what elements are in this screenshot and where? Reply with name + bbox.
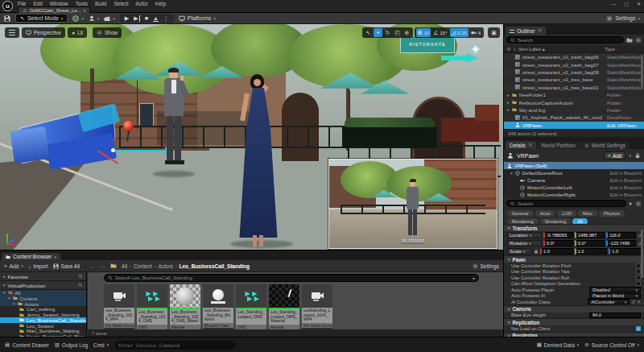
menu-select[interactable]: Select bbox=[114, 1, 128, 6]
console-input[interactable]: Enter Console Command bbox=[114, 341, 235, 350]
tree-item[interactable]: Mari_Sundress_Waiting bbox=[0, 329, 86, 334]
level-asset-tab[interactable]: ⚠ OcMOCafe_Street_Le... ▾ bbox=[18, 6, 90, 13]
filter-misc[interactable]: Misc bbox=[578, 210, 597, 217]
outliner-row-selected[interactable]: VRPawnEdit VRPawn bbox=[504, 122, 644, 129]
play-button[interactable]: ▶ bbox=[125, 15, 129, 22]
details-scrollbar[interactable] bbox=[641, 230, 643, 278]
asset-tile[interactable]: Leo_Business_Standing_1024_MP4 File Medi… bbox=[104, 284, 134, 329]
add-actor-button[interactable]: ▾ bbox=[72, 15, 84, 22]
eject-button[interactable]: ▲ bbox=[153, 15, 159, 22]
scale-snap-toggle[interactable]: ◿0.25 bbox=[450, 28, 469, 37]
outliner-search-input[interactable]: Search bbox=[506, 36, 624, 43]
stop-button[interactable]: ■ bbox=[145, 15, 148, 21]
cinematics-button[interactable]: ▾ bbox=[104, 15, 115, 22]
show-dropdown[interactable]: Show bbox=[93, 27, 122, 38]
filter-physics[interactable]: Physics bbox=[599, 210, 625, 217]
expand-icon[interactable]: ▸ bbox=[507, 107, 510, 112]
filter-general[interactable]: General bbox=[507, 210, 534, 217]
scale-y-field[interactable]: 1.0 bbox=[575, 248, 608, 255]
frame-skip-button[interactable]: ▶ bbox=[134, 15, 139, 22]
select-tool-button[interactable]: ↖ bbox=[364, 28, 373, 37]
tab-world-partition[interactable]: World Partition bbox=[537, 142, 580, 149]
tab-details[interactable]: Details✕ bbox=[506, 141, 536, 149]
rotation-snap-toggle[interactable]: ∠10° bbox=[431, 28, 448, 37]
clear-icon[interactable]: ✕ bbox=[637, 300, 641, 304]
edit-in-blueprint-link[interactable]: Edit in Blueprint bbox=[610, 193, 642, 197]
component-row-selected[interactable]: VRPawn (Self) bbox=[504, 162, 644, 169]
menu-file[interactable]: File bbox=[18, 1, 26, 6]
tree-item[interactable]: Jenny_Seated_listening bbox=[0, 312, 86, 317]
rotation-z-field[interactable]: -123.7499 bbox=[606, 240, 636, 246]
content-browser-settings[interactable]: Settings bbox=[473, 263, 500, 269]
asset-tile[interactable]: Leo_Business_Standing_1024_OMS_Material … bbox=[170, 284, 200, 329]
checkbox-checked[interactable]: ✓ bbox=[636, 326, 641, 331]
details-search-input[interactable]: Search bbox=[506, 200, 626, 207]
outliner-row[interactable]: ▸Sky and fogFolder bbox=[504, 106, 644, 114]
rotation-x-field[interactable]: 0.0° bbox=[543, 240, 573, 246]
scale-z-field[interactable]: 1.0 bbox=[609, 248, 642, 255]
location-dropdown[interactable]: Location▾ bbox=[506, 232, 542, 238]
search-icon[interactable] bbox=[78, 283, 83, 288]
close-button[interactable]: ✕ bbox=[637, 1, 641, 6]
menu-build[interactable]: Build bbox=[95, 1, 106, 6]
expand-icon[interactable]: ▸ bbox=[507, 100, 510, 105]
vr-pawn-prop[interactable] bbox=[12, 105, 153, 181]
rotate-tool-button[interactable]: ↻ bbox=[383, 28, 392, 37]
world-local-toggle[interactable]: ⊕ bbox=[402, 28, 411, 37]
back-button[interactable]: ← bbox=[90, 263, 96, 269]
woman-in-dress[interactable] bbox=[233, 74, 283, 248]
section-pawn[interactable]: ▾Pawn bbox=[504, 255, 644, 263]
component-row[interactable]: MotionControllerLeftEdit in Blueprint bbox=[504, 184, 644, 191]
breadcrumb-content[interactable]: Content bbox=[134, 263, 152, 269]
base-eye-height-field[interactable]: 64.0 bbox=[589, 313, 641, 318]
add-component-button[interactable]: +Add bbox=[604, 151, 625, 159]
rotation-dropdown[interactable]: Rotation▾ bbox=[506, 240, 542, 246]
filter-icon[interactable]: ▾ bbox=[473, 275, 475, 281]
settings-dropdown[interactable]: Settings ▾ bbox=[606, 15, 640, 22]
edit-in-blueprint-link[interactable]: Edit in Blueprint bbox=[610, 178, 642, 183]
component-row[interactable]: CameraEdit in Blueprint bbox=[504, 176, 644, 184]
menu-window[interactable]: Window bbox=[50, 1, 68, 6]
add-asset-button[interactable]: +Add▾ bbox=[4, 263, 23, 269]
checkbox[interactable] bbox=[636, 281, 641, 286]
location-y-field[interactable]: 1486.987 bbox=[575, 232, 605, 238]
tab-content-browser[interactable]: Content Browser ▾ bbox=[2, 253, 60, 260]
camera-speed-button[interactable]: 4 bbox=[469, 28, 482, 37]
level-viewport[interactable]: RISTORANTE ✦ bbox=[0, 24, 503, 250]
outliner-row[interactable]: street_restaurant_v2_trash_bag08StaticMe… bbox=[504, 68, 644, 76]
sort-icon[interactable]: ↕ bbox=[514, 47, 516, 52]
move-tool-button[interactable]: + bbox=[374, 28, 382, 37]
asset-tile[interactable]: Leo_Business_Standing_Blueprint Blueprin… bbox=[203, 284, 233, 329]
menu-actor[interactable]: Actor bbox=[136, 1, 148, 6]
tree-item[interactable]: Leo_Seated bbox=[0, 323, 86, 329]
auto-possess-player-dropdown[interactable]: Disabled▾ bbox=[589, 287, 641, 292]
content-drawer-button[interactable]: ▤Content Drawer bbox=[5, 342, 49, 348]
section-transform[interactable]: ▾Transform bbox=[504, 224, 644, 231]
filter-actor[interactable]: Actor bbox=[535, 210, 556, 217]
asset-tile[interactable]: Leo_Standing_Looped_OMS OMS bbox=[236, 284, 266, 329]
expand-icon[interactable]: ▸ bbox=[507, 93, 510, 97]
perspective-dropdown[interactable]: Perspective bbox=[22, 27, 65, 38]
location-z-field[interactable]: 116.0 bbox=[606, 232, 636, 238]
blueprints-button[interactable]: ▾ bbox=[89, 15, 100, 22]
lit-dropdown[interactable]: ● Lit bbox=[68, 27, 87, 38]
asset-tile[interactable]: LeoStanding_Looped_1024_MP4 File Media S… bbox=[302, 284, 332, 329]
outliner-row[interactable]: street_restaurant_v2_tree_baseStaticMesh… bbox=[504, 76, 644, 83]
edit-in-blueprint-link[interactable]: Edit in Blueprint bbox=[610, 171, 642, 176]
use-selected-icon[interactable]: ↺ bbox=[631, 300, 635, 304]
platforms-dropdown[interactable]: Platforms ▾ bbox=[179, 15, 216, 22]
collection-header[interactable]: ▾ VirtualProduction bbox=[0, 281, 86, 290]
play-options-kebab[interactable]: ⋮ bbox=[163, 15, 169, 22]
forward-button[interactable]: → bbox=[101, 263, 106, 269]
output-log-button[interactable]: ▥Output Log bbox=[55, 342, 88, 348]
outliner-row[interactable]: street_restaurant_v2_trash_bag06StaticMe… bbox=[504, 53, 644, 60]
auto-possess-ai-dropdown[interactable]: Placed in World▾ bbox=[589, 293, 641, 299]
save-all-button[interactable]: Save All bbox=[53, 263, 80, 269]
outliner-row[interactable]: 01_Asphalt_Patch_sdeteti_4K_inst2DecalAc… bbox=[504, 114, 644, 121]
outliner-scrollbar[interactable] bbox=[641, 55, 643, 87]
lock-icon[interactable] bbox=[634, 152, 641, 159]
outliner-row[interactable]: ▸NewFolder1Folder bbox=[504, 91, 644, 98]
column-type[interactable]: Type bbox=[605, 47, 642, 52]
maximize-viewport-button[interactable]: ▣ bbox=[489, 28, 498, 37]
tree-item-all[interactable]: ▾All bbox=[0, 290, 86, 296]
